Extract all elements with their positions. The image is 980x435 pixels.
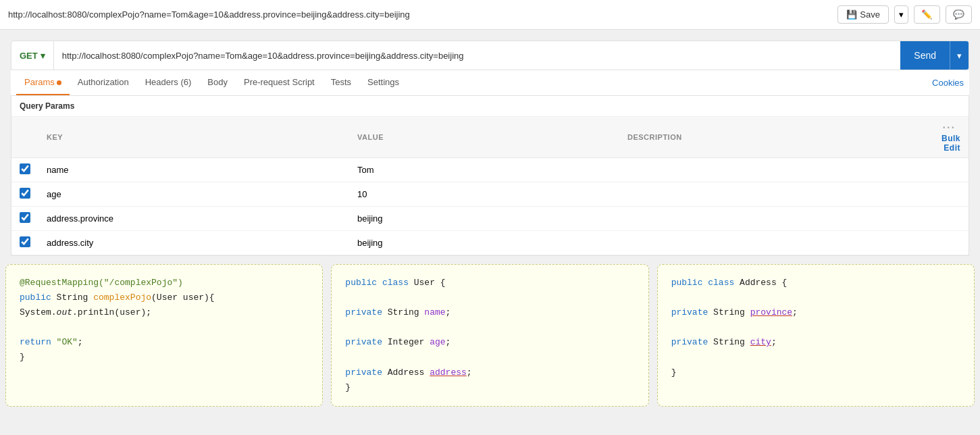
code-section: @RequestMapping("/complexPojo")public St… — [0, 256, 980, 415]
save-icon: 💾 — [846, 9, 857, 20]
param-value-2: beijing — [357, 213, 383, 224]
params-section: Query Params KEY VALUE DESCRIPTION ··· B… — [11, 96, 969, 256]
param-value-3: beijing — [357, 238, 383, 248]
bulk-edit-button[interactable]: Bulk Edit — [942, 134, 960, 153]
col-header-opts: ··· Bulk Edit — [928, 117, 969, 158]
table-row: address.province beijing — [11, 207, 969, 231]
param-key-0: name — [47, 165, 69, 175]
param-checkbox-2[interactable] — [20, 212, 30, 223]
param-key-1: age — [47, 189, 61, 199]
save-button[interactable]: 💾 Save — [837, 5, 889, 24]
top-bar: http://localhost:8080/complexPojo?name=T… — [0, 0, 980, 30]
col-header-description: DESCRIPTION — [619, 117, 928, 158]
param-key-2: address.province — [47, 213, 113, 224]
code-box-controller: @RequestMapping("/complexPojo")public St… — [5, 264, 323, 407]
col-header-value: VALUE — [349, 117, 619, 158]
param-key-3: address.city — [47, 238, 93, 248]
query-params-label: Query Params — [11, 96, 969, 117]
col-header-key: KEY — [38, 117, 349, 158]
tab-params[interactable]: Params — [16, 70, 70, 95]
request-bar: GET ▾ Send ▾ — [11, 41, 969, 70]
params-table: KEY VALUE DESCRIPTION ··· Bulk Edit name… — [11, 117, 969, 255]
tab-settings[interactable]: Settings — [359, 70, 407, 95]
save-dropdown-button[interactable]: ▾ — [894, 5, 908, 24]
method-chevron-icon: ▾ — [41, 51, 45, 61]
code-box-address-class: public class Address { private String pr… — [657, 264, 975, 407]
send-label: Send — [900, 50, 950, 61]
save-label: Save — [860, 9, 880, 20]
tab-headers[interactable]: Headers (6) — [137, 70, 200, 95]
param-value-1: 10 — [357, 189, 367, 199]
table-row: age 10 — [11, 182, 969, 207]
comment-button[interactable]: 💬 — [946, 5, 972, 24]
method-select[interactable]: GET ▾ — [11, 41, 54, 70]
tab-prerequest[interactable]: Pre-request Script — [236, 70, 323, 95]
param-value-0: Tom — [357, 165, 374, 175]
code-box-user-class: public class User { private String name;… — [331, 264, 648, 407]
params-dot — [57, 80, 61, 85]
top-bar-actions: 💾 Save ▾ ✏️ 💬 — [837, 5, 972, 24]
param-checkbox-0[interactable] — [20, 163, 30, 174]
dots-icon: ··· — [943, 122, 956, 133]
method-label: GET — [20, 51, 38, 61]
send-button[interactable]: Send ▾ — [900, 41, 969, 70]
edit-button[interactable]: ✏️ — [914, 5, 940, 24]
table-row: address.city beijing — [11, 231, 969, 255]
cookies-link[interactable]: Cookies — [932, 78, 964, 88]
tab-body[interactable]: Body — [199, 70, 236, 95]
request-url-input[interactable] — [54, 51, 901, 61]
tab-authorization[interactable]: Authorization — [70, 70, 137, 95]
param-checkbox-1[interactable] — [20, 188, 30, 199]
param-checkbox-3[interactable] — [20, 236, 30, 247]
tabs-bar: Params Authorization Headers (6) Body Pr… — [11, 70, 969, 96]
send-dropdown-icon[interactable]: ▾ — [950, 41, 969, 70]
top-bar-url: http://localhost:8080/complexPojo?name=T… — [8, 9, 837, 20]
tab-tests[interactable]: Tests — [323, 70, 359, 95]
table-row: name Tom — [11, 158, 969, 182]
col-header-check — [11, 117, 38, 158]
